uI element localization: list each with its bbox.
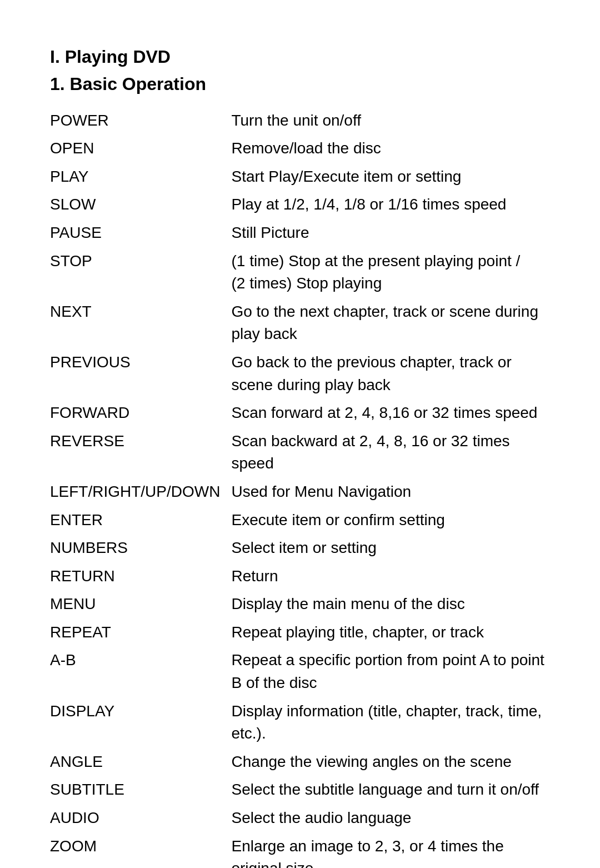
table-row: NEXTGo to the next chapter, track or sce… [50, 298, 550, 348]
operation-description: Go to the next chapter, track or scene d… [231, 298, 550, 348]
operation-description: Select item or setting [231, 534, 550, 562]
operation-key: MENU [50, 590, 231, 618]
page-container: I. Playing DVD 1. Basic Operation POWERT… [0, 0, 600, 868]
table-row: PLAYStart Play/Execute item or setting [50, 163, 550, 191]
operation-description: Turn the unit on/off [231, 107, 550, 135]
operation-key: DISPLAY [50, 697, 231, 748]
subsection-title: 1. Basic Operation [50, 72, 550, 97]
table-row: OPENRemove/load the disc [50, 134, 550, 163]
operation-description: Start Play/Execute item or setting [231, 163, 550, 191]
operation-description: Scan backward at 2, 4, 8, 16 or 32 times… [231, 427, 550, 478]
table-row: POWERTurn the unit on/off [50, 107, 550, 135]
operation-description: Execute item or confirm setting [231, 506, 550, 535]
operation-key: ANGLE [50, 748, 231, 776]
operation-description: Go back to the previous chapter, track o… [231, 348, 550, 399]
operation-description: Select the subtitle language and turn it… [231, 776, 550, 804]
table-row: ANGLEChange the viewing angles on the sc… [50, 748, 550, 776]
operations-table: POWERTurn the unit on/offOPENRemove/load… [50, 107, 550, 868]
operation-description: Used for Menu Navigation [231, 478, 550, 506]
operation-key: PREVIOUS [50, 348, 231, 399]
operation-key: ENTER [50, 506, 231, 535]
table-row: LEFT/RIGHT/UP/DOWNUsed for Menu Navigati… [50, 478, 550, 506]
operation-description: Still Picture [231, 219, 550, 247]
operation-description: Scan forward at 2, 4, 8,16 or 32 times s… [231, 399, 550, 427]
table-row: REPEATRepeat playing title, chapter, or … [50, 618, 550, 647]
operation-key: LEFT/RIGHT/UP/DOWN [50, 478, 231, 506]
operation-key: STOP [50, 247, 231, 298]
table-row: PAUSEStill Picture [50, 219, 550, 247]
table-row: RETURNReturn [50, 562, 550, 591]
operation-description: Select the audio language [231, 804, 550, 832]
table-row: SLOWPlay at 1/2, 1/4, 1/8 or 1/16 times … [50, 191, 550, 219]
table-row: NUMBERSSelect item or setting [50, 534, 550, 562]
operation-key: POWER [50, 107, 231, 135]
operation-description: Enlarge an image to 2, 3, or 4 times the… [231, 832, 550, 868]
operation-description: Display information (title, chapter, tra… [231, 697, 550, 748]
table-row: AUDIOSelect the audio language [50, 804, 550, 832]
table-row: REVERSEScan backward at 2, 4, 8, 16 or 3… [50, 427, 550, 478]
operation-description: Repeat playing title, chapter, or track [231, 618, 550, 647]
table-row: SUBTITLESelect the subtitle language and… [50, 776, 550, 804]
operation-description: (1 time) Stop at the present playing poi… [231, 247, 550, 298]
operation-key: REPEAT [50, 618, 231, 647]
operation-key: OPEN [50, 134, 231, 163]
table-row: ENTERExecute item or confirm setting [50, 506, 550, 535]
table-row: PREVIOUSGo back to the previous chapter,… [50, 348, 550, 399]
operation-description: Change the viewing angles on the scene [231, 748, 550, 776]
operation-key: FORWARD [50, 399, 231, 427]
table-row: STOP(1 time) Stop at the present playing… [50, 247, 550, 298]
operation-description: Return [231, 562, 550, 591]
operation-key: A-B [50, 646, 231, 697]
table-row: FORWARDScan forward at 2, 4, 8,16 or 32 … [50, 399, 550, 427]
table-row: DISPLAYDisplay information (title, chapt… [50, 697, 550, 748]
operation-description: Play at 1/2, 1/4, 1/8 or 1/16 times spee… [231, 191, 550, 219]
operation-key: NEXT [50, 298, 231, 348]
operation-key: SUBTITLE [50, 776, 231, 804]
table-row: A-BRepeat a specific portion from point … [50, 646, 550, 697]
operation-key: PAUSE [50, 219, 231, 247]
operation-key: NUMBERS [50, 534, 231, 562]
operation-key: RETURN [50, 562, 231, 591]
section-title: I. Playing DVD [50, 44, 550, 69]
table-row: MENUDisplay the main menu of the disc [50, 590, 550, 618]
table-row: ZOOMEnlarge an image to 2, 3, or 4 times… [50, 832, 550, 868]
operation-description: Display the main menu of the disc [231, 590, 550, 618]
operation-key: AUDIO [50, 804, 231, 832]
operation-description: Remove/load the disc [231, 134, 550, 163]
operation-key: SLOW [50, 191, 231, 219]
operation-key: REVERSE [50, 427, 231, 478]
operation-key: PLAY [50, 163, 231, 191]
operation-description: Repeat a specific portion from point A t… [231, 646, 550, 697]
operation-key: ZOOM [50, 832, 231, 868]
